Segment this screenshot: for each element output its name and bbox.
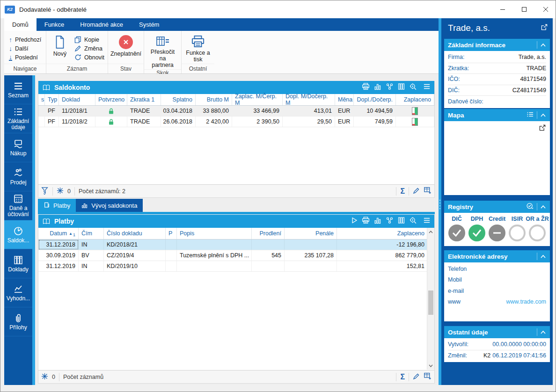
table-row[interactable]: 31.12.2019 IN KD/2019/10 152,81 [38,261,428,272]
section-header[interactable]: Elektronické adresy [444,250,550,262]
registry-item-isir[interactable]: ISIR [507,216,527,241]
sidebar-item-prodej[interactable]: Prodej [4,162,32,191]
column-header[interactable]: Typ [45,94,59,105]
play-icon[interactable] [351,217,358,225]
filter-icon[interactable] [41,187,49,196]
registry-item-or-zr[interactable]: OR a ŽR [527,216,547,241]
print-icon[interactable] [362,83,370,92]
print-icon[interactable] [362,217,370,226]
refresh-button[interactable]: Obnovit [74,53,104,62]
invalidate-button[interactable]: Zneplatnění [109,34,143,64]
column-header[interactable]: P [166,228,177,239]
column-header[interactable]: Potvrzeno [95,94,127,105]
section-header[interactable]: Mapa [444,109,550,121]
copy-button[interactable]: Kopie [74,35,104,44]
close-button[interactable] [535,0,556,18]
hamburger-menu-icon[interactable] [423,217,431,225]
map-area[interactable] [444,121,550,195]
prev-button[interactable]: ↑Předchozí [9,35,41,44]
sidebar-item-doklady[interactable]: Doklady [4,249,32,278]
add-table-icon[interactable] [424,372,432,381]
sidebar-item-vyhodnoceni[interactable]: Vyhodn... [4,278,32,307]
edit-pencil-icon[interactable] [413,373,420,381]
frozen-icon[interactable] [57,187,64,196]
column-header[interactable]: Měna [335,94,354,105]
sidebar-item-prilohy[interactable]: Přílohy [4,307,32,336]
column-header[interactable]: Popis [177,228,252,239]
column-header[interactable]: Zkratka 1 [127,94,161,105]
sidebar-item-dane-a-uctovani[interactable]: Daně a účtování [4,191,32,220]
sidebar-item-nakup[interactable]: Nákup [4,133,32,162]
minimize-button[interactable] [492,0,513,18]
settings-search-icon[interactable] [409,217,417,226]
jump-to-partner-button[interactable]: Přeskočit na partnera [147,34,178,69]
section-header[interactable]: Ostatní údaje [444,326,550,338]
open-partner-icon[interactable] [541,23,548,33]
table-row[interactable]: 30.09.2019 BV CZ/2019/4 Tuzemské plnění … [38,250,428,261]
registry-check-icon[interactable] [526,203,534,211]
sidebar-item-zakladni-udaje[interactable]: Základní údaje [4,104,32,133]
last-button[interactable]: ↓Poslední [9,53,41,62]
tab-system[interactable]: Systém [131,18,167,31]
open-map-icon[interactable] [539,124,546,133]
section-header[interactable]: Registry [444,201,550,213]
maximize-button[interactable] [513,0,535,18]
collapse-chevron-icon[interactable] [540,252,546,261]
next-button[interactable]: ↓Další [9,44,41,53]
collapse-chevron-icon[interactable] [540,41,546,49]
column-header[interactable]: Doklad [59,94,95,105]
edit-pencil-icon[interactable] [413,187,420,196]
map-list-icon[interactable] [527,111,534,119]
scrollbar-thumb[interactable] [428,290,433,315]
functions-print-button[interactable]: Funkce a tisk [184,34,212,64]
settings-search-icon[interactable] [409,83,417,92]
table-row[interactable]: 31.12.2018 IN KD/2018/21 -12 196,80 [38,240,428,250]
column-header[interactable]: Penále [285,228,337,239]
column-header[interactable]: Dopl./Dočerp. [354,94,396,105]
vertical-scrollbar[interactable] [427,228,434,370]
sidebar-item-seznam[interactable]: Seznam [4,75,32,104]
registry-item-credit[interactable]: Credit [487,216,507,241]
scroll-down-arrow[interactable] [427,362,434,370]
hamburger-menu-icon[interactable] [423,83,431,92]
column-header[interactable]: Zaplac. M/Čerp. M [232,94,283,105]
columns-icon[interactable] [398,83,405,92]
tab-platby[interactable]: Platby [38,199,76,212]
column-header[interactable]: Zaplaceno [337,228,428,239]
tab-funkce[interactable]: Funkce [37,18,73,31]
scroll-up-arrow[interactable] [427,228,434,236]
registry-item-dph[interactable]: DPH [467,216,487,241]
section-header[interactable]: Základní informace [444,39,550,51]
column-header[interactable]: Čím [79,228,104,239]
edit-button[interactable]: Změna [74,44,104,53]
table-row[interactable]: PF 11/2018/1 TRADE 03.04.2018 33 880,00 … [38,106,434,116]
tab-domu[interactable]: Domů [4,18,37,31]
chart-icon[interactable] [374,83,381,92]
tab-vyvoj-saldokonta[interactable]: Vývoj saldokonta [76,199,143,212]
sum-icon[interactable]: Σ [400,373,405,381]
column-header[interactable]: Brutto M [196,94,232,105]
column-header[interactable]: Splatno [161,94,196,105]
new-button[interactable]: Nový [49,34,71,64]
column-header[interactable]: s [38,94,45,105]
collapse-chevron-icon[interactable] [540,203,546,211]
frozen-icon[interactable] [41,373,48,381]
column-header[interactable]: Zaplaceno [396,94,434,105]
column-header[interactable]: Dopl. M/Dočerp. M [283,94,335,105]
collapse-chevron-icon[interactable] [540,328,546,336]
add-table-icon[interactable] [424,187,432,196]
chart-icon[interactable] [374,217,381,226]
sum-icon[interactable]: Σ [400,187,405,196]
registry-item-dic[interactable]: DIČ [447,216,467,241]
column-header[interactable]: Prodlení [252,228,285,239]
column-header[interactable]: Číslo dokladu [104,228,166,239]
tab-hromadne-akce[interactable]: Hromadné akce [72,18,131,31]
collapse-chevron-icon[interactable] [540,111,546,119]
relations-icon[interactable] [386,83,394,92]
table-row[interactable]: PF 11/2018/2 TRADE 26.06.2018 2 420,00 2… [38,116,434,127]
column-header-datum[interactable]: Datum ▲ 1 [38,228,79,239]
relations-icon[interactable] [386,217,394,226]
www-link[interactable]: www.trade.com [506,298,546,305]
columns-icon[interactable] [398,217,405,226]
sidebar-item-saldokonto[interactable]: Saldok... [4,220,32,249]
